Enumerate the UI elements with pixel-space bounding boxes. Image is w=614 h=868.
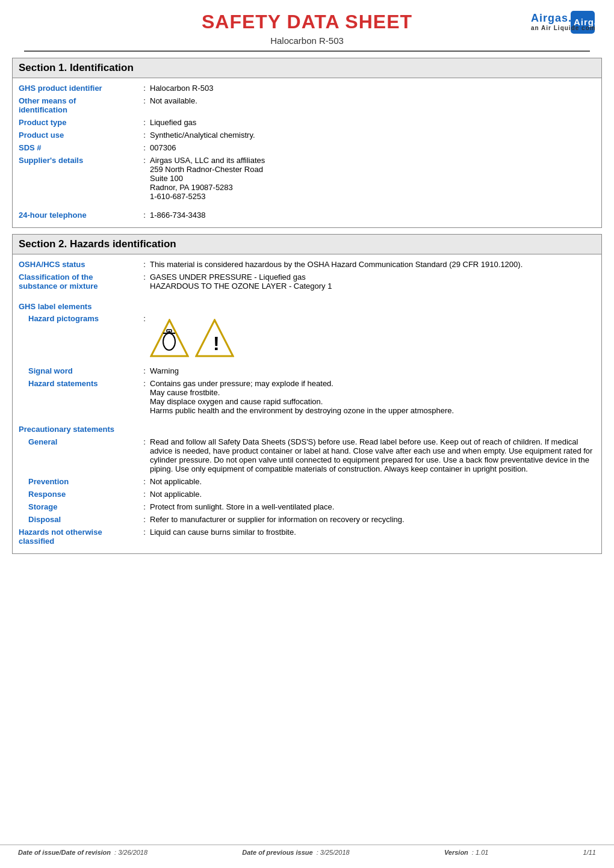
label-supplier: Supplier's details xyxy=(19,156,139,165)
label-other-means: Other means ofidentification xyxy=(19,96,139,114)
footer-issue-label: Date of issue/Date of revision xyxy=(18,849,111,856)
row-product-use: Product use : Synthetic/Analytical chemi… xyxy=(19,129,595,141)
label-product-type: Product type xyxy=(19,118,139,127)
page-title: SAFETY DATA SHEET xyxy=(12,11,602,33)
footer-page: 1/11 xyxy=(583,849,596,856)
logo-text: Airgas Airgas. an Air Liquide company xyxy=(530,10,596,43)
exclamation-pictogram: ! xyxy=(195,319,234,358)
header: SAFETY DATA SHEET Halocarbon R-503 Airga… xyxy=(0,0,614,58)
label-signal-word: Signal word xyxy=(19,366,139,375)
value-storage: Protect from sunlight. Store in a well-v… xyxy=(150,502,595,511)
value-supplier: Airgas USA, LLC and its affiliates 259 N… xyxy=(150,156,595,201)
product-name: Halocarbon R-503 xyxy=(12,35,602,46)
section-1: Section 1. Identification GHS product id… xyxy=(12,58,602,228)
value-telephone: 1-866-734-3438 xyxy=(150,211,595,220)
section-2-body: OSHA/HCS status : This material is consi… xyxy=(13,254,601,553)
label-telephone: 24-hour telephone xyxy=(19,211,139,220)
label-response: Response xyxy=(19,490,139,499)
row-signal-word: Signal word : Warning xyxy=(19,365,595,377)
value-product-use: Synthetic/Analytical chemistry. xyxy=(150,131,595,140)
svg-text:an Air Liquide company: an Air Liquide company xyxy=(531,25,596,31)
row-classification: Classification of thesubstance or mixtur… xyxy=(19,271,595,292)
row-general: General : Read and follow all Safety Dat… xyxy=(19,436,595,475)
footer-prev-value: : 3/25/2018 xyxy=(317,849,350,856)
value-prevention: Not applicable. xyxy=(150,477,595,486)
row-storage: Storage : Protect from sunlight. Store i… xyxy=(19,500,595,513)
value-other-means: Not available. xyxy=(150,96,595,105)
section-2: Section 2. Hazards identification OSHA/H… xyxy=(12,234,602,554)
footer-version-value: : 1.01 xyxy=(472,849,489,856)
svg-text:!: ! xyxy=(213,333,220,354)
svg-marker-4 xyxy=(151,320,188,356)
svg-text:Airgas.: Airgas. xyxy=(531,12,572,24)
row-other-means: Other means ofidentification : Not avail… xyxy=(19,94,595,116)
footer: Date of issue/Date of revision : 3/26/20… xyxy=(0,845,614,856)
label-hazard-pictograms: Hazard pictograms xyxy=(19,314,139,323)
label-storage: Storage xyxy=(19,502,139,511)
value-response: Not applicable. xyxy=(150,490,595,499)
precautionary-section: Precautionary statements xyxy=(19,423,595,436)
label-disposal: Disposal xyxy=(19,515,139,524)
row-prevention: Prevention : Not applicable. xyxy=(19,475,595,488)
value-classification: GASES UNDER PRESSURE - Liquefied gas HAZ… xyxy=(150,272,595,291)
logo: Airgas Airgas. an Air Liquide company xyxy=(530,10,596,43)
footer-version: Version : 1.01 xyxy=(444,849,489,856)
value-hazards-not: Liquid can cause burns similar to frostb… xyxy=(150,528,595,537)
row-hazard-pictograms: Hazard pictograms : xyxy=(19,312,595,365)
ghs-label-elements: GHS label elements xyxy=(19,298,595,312)
label-sds: SDS # xyxy=(19,143,139,152)
footer-prev-issue: Date of previous issue : 3/25/2018 xyxy=(242,849,349,856)
row-osha: OSHA/HCS status : This material is consi… xyxy=(19,258,595,271)
label-classification: Classification of thesubstance or mixtur… xyxy=(19,272,139,291)
row-telephone: 24-hour telephone : 1-866-734-3438 xyxy=(19,209,595,221)
label-hazard-statements: Hazard statements xyxy=(19,379,139,388)
label-hazards-not: Hazards not otherwiseclassified xyxy=(19,528,139,546)
value-disposal: Refer to manufacturer or supplier for in… xyxy=(150,515,595,524)
value-general: Read and follow all Safety Data Sheets (… xyxy=(150,437,595,473)
header-divider xyxy=(24,51,590,52)
value-osha: This material is considered hazardous by… xyxy=(150,260,595,269)
label-prevention: Prevention xyxy=(19,477,139,486)
label-product-use: Product use xyxy=(19,131,139,140)
label-precautionary: Precautionary statements xyxy=(19,425,139,434)
row-hazard-statements: Hazard statements : Contains gas under p… xyxy=(19,377,595,417)
footer-issue: Date of issue/Date of revision : 3/26/20… xyxy=(18,849,147,856)
section-1-body: GHS product identifier : Halocarbon R-50… xyxy=(13,78,601,227)
row-response: Response : Not applicable. xyxy=(19,488,595,500)
row-ghs-id: GHS product identifier : Halocarbon R-50… xyxy=(19,82,595,94)
label-ghs-id: GHS product identifier xyxy=(19,84,139,93)
footer-issue-value: : 3/26/2018 xyxy=(114,849,147,856)
row-product-type: Product type : Liquefied gas xyxy=(19,116,595,129)
section-2-header: Section 2. Hazards identification xyxy=(13,235,601,254)
value-ghs-id: Halocarbon R-503 xyxy=(150,84,595,93)
label-osha: OSHA/HCS status xyxy=(19,260,139,269)
footer-version-label: Version xyxy=(444,849,468,856)
row-supplier: Supplier's details : Airgas USA, LLC and… xyxy=(19,154,595,203)
footer-page-value: 1/11 xyxy=(583,849,596,856)
label-general: General xyxy=(19,437,139,446)
value-hazard-statements: Contains gas under pressure; may explode… xyxy=(150,379,595,415)
row-sds: SDS # : 007306 xyxy=(19,141,595,154)
row-hazards-not: Hazards not otherwiseclassified : Liquid… xyxy=(19,526,595,547)
footer-prev-label: Date of previous issue xyxy=(242,849,312,856)
value-product-type: Liquefied gas xyxy=(150,118,595,127)
gas-cylinder-pictogram xyxy=(150,319,189,358)
value-signal-word: Warning xyxy=(150,366,595,375)
value-hazard-pictograms: ! xyxy=(150,314,595,363)
section-1-header: Section 1. Identification xyxy=(13,58,601,78)
row-disposal: Disposal : Refer to manufacturer or supp… xyxy=(19,513,595,526)
airgas-logo-svg: Airgas Airgas. an Air Liquide company xyxy=(530,10,596,38)
value-sds: 007306 xyxy=(150,143,595,152)
